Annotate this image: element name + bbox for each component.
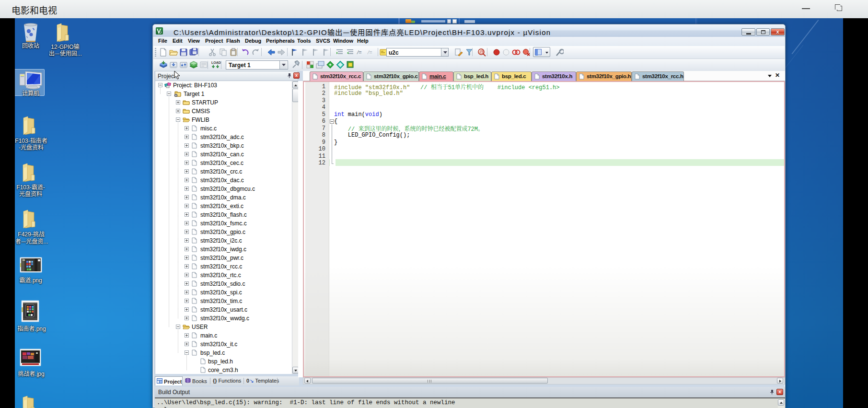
svg-text:LOAD: LOAD <box>211 61 221 64</box>
svg-text:/=: /= <box>357 49 362 55</box>
svg-text:/=: /= <box>367 49 372 55</box>
